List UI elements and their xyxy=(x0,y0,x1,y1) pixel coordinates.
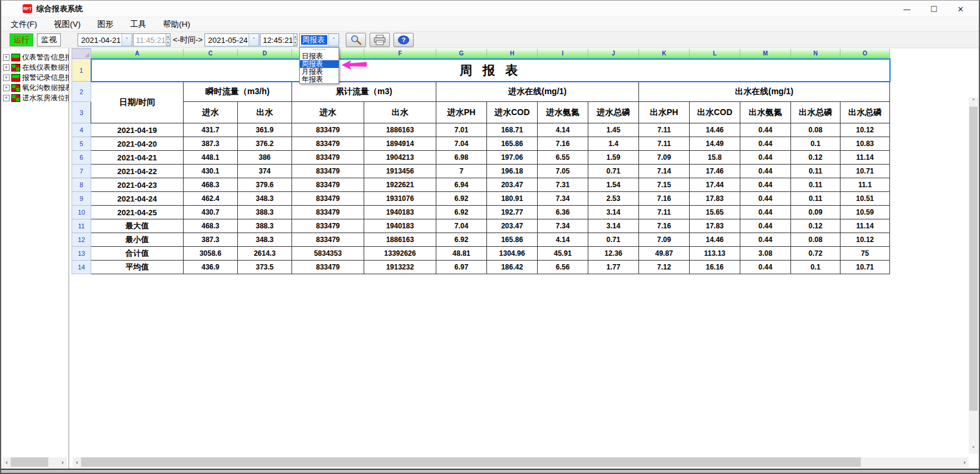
column-header[interactable]: I xyxy=(538,49,588,59)
column-header[interactable]: C xyxy=(184,49,238,59)
cell[interactable]: 3.14 xyxy=(588,206,639,219)
cell[interactable]: 180.91 xyxy=(487,192,538,206)
header-cell[interactable]: 进水COD xyxy=(487,102,538,123)
cell[interactable]: 833479 xyxy=(292,137,364,151)
row-header[interactable]: 12 xyxy=(72,233,91,247)
spin-down-icon[interactable]: ▾ xyxy=(294,40,297,46)
cell[interactable]: 0.44 xyxy=(740,178,791,192)
cell[interactable]: 15.8 xyxy=(690,151,740,165)
cell[interactable]: 7 xyxy=(436,165,487,178)
cell[interactable]: 1904213 xyxy=(364,151,436,165)
expand-plus-icon[interactable]: + xyxy=(3,85,10,91)
cell[interactable]: 10.59 xyxy=(841,206,890,219)
cell[interactable]: 1913232 xyxy=(364,261,436,274)
cell[interactable]: 1940183 xyxy=(364,206,436,219)
scrollbar-thumb[interactable] xyxy=(11,457,48,467)
cell[interactable]: 10.71 xyxy=(841,261,890,274)
cell[interactable]: 7.34 xyxy=(538,219,588,233)
end-date-combo[interactable]: 2021-05-24 ˅ xyxy=(204,33,259,47)
row-header[interactable]: 4 xyxy=(72,123,91,137)
vertical-scrollbar[interactable]: ˄ ˅ xyxy=(969,97,978,454)
cell[interactable]: 49.87 xyxy=(639,247,690,261)
cell[interactable]: 448.1 xyxy=(184,151,238,165)
end-time-spinner[interactable]: 12:45:21 ▴ ▾ xyxy=(260,33,297,47)
cell[interactable]: 833479 xyxy=(292,261,364,274)
column-header[interactable]: G xyxy=(436,49,487,59)
cell[interactable]: 45.91 xyxy=(538,247,588,261)
scrollbar-thumb[interactable] xyxy=(969,107,978,411)
cell[interactable]: 361.9 xyxy=(238,123,292,137)
print-button[interactable] xyxy=(370,33,390,47)
cell[interactable]: 平均值 xyxy=(91,261,184,274)
dropdown-option[interactable]: 年报表 xyxy=(300,76,339,83)
cell[interactable]: 6.92 xyxy=(436,233,487,247)
cell[interactable]: 1886163 xyxy=(364,233,436,247)
monitor-button[interactable]: 监视 xyxy=(37,33,61,47)
chevron-down-icon[interactable]: ˅ xyxy=(249,34,259,46)
row-header[interactable]: 11 xyxy=(72,219,91,233)
cell[interactable]: 1931076 xyxy=(364,192,436,206)
cell[interactable]: 2021-04-24 xyxy=(91,192,184,206)
cell[interactable]: 1940183 xyxy=(364,219,436,233)
header-cell[interactable]: 进水总磷 xyxy=(588,102,639,123)
header-cell[interactable]: 累计流量（m3) xyxy=(292,82,436,102)
cell[interactable]: 7.16 xyxy=(538,137,588,151)
cell[interactable]: 0.11 xyxy=(791,165,841,178)
column-header[interactable]: F xyxy=(364,49,436,59)
column-header[interactable]: N xyxy=(791,49,841,59)
header-cell[interactable]: 日期/时间 xyxy=(91,82,184,123)
start-date-combo[interactable]: 2021-04-21 ˅ xyxy=(77,33,132,47)
row-header[interactable]: 7 xyxy=(72,165,91,178)
cell[interactable]: 11.14 xyxy=(841,219,890,233)
header-cell[interactable]: 出水 xyxy=(364,102,436,123)
cell[interactable]: 462.4 xyxy=(184,192,238,206)
cell[interactable]: 14.46 xyxy=(690,123,740,137)
row-header[interactable]: 9 xyxy=(72,192,91,206)
cell[interactable]: 0.72 xyxy=(791,247,841,261)
menu-item-3[interactable]: 图形 xyxy=(96,18,114,31)
cell[interactable]: 196.18 xyxy=(487,165,538,178)
cell[interactable]: 387.3 xyxy=(184,137,238,151)
cell[interactable]: 0.44 xyxy=(740,219,791,233)
scroll-left-icon[interactable]: ‹ xyxy=(2,457,11,467)
cell[interactable]: 833479 xyxy=(292,206,364,219)
header-cell[interactable]: 出水COD xyxy=(690,102,740,123)
cell[interactable]: 11.14 xyxy=(841,151,890,165)
column-header[interactable]: D xyxy=(238,49,292,59)
cell[interactable]: 7.04 xyxy=(436,219,487,233)
column-header[interactable]: O xyxy=(841,49,890,59)
cell[interactable]: 7.12 xyxy=(639,261,690,274)
row-header[interactable]: 13 xyxy=(72,247,91,261)
cell[interactable]: 5834353 xyxy=(292,247,364,261)
spin-down-icon[interactable]: ▾ xyxy=(166,40,170,46)
cell[interactable]: 165.86 xyxy=(487,137,538,151)
cell[interactable]: 0.11 xyxy=(791,178,841,192)
header-cell[interactable]: 出水氨氮 xyxy=(740,102,791,123)
cell[interactable]: 10.83 xyxy=(841,137,890,151)
spin-up-icon[interactable]: ▴ xyxy=(166,34,170,40)
cell[interactable]: 0.44 xyxy=(740,233,791,247)
cell[interactable]: 7.11 xyxy=(639,206,690,219)
cell[interactable]: 0.44 xyxy=(740,165,791,178)
cell[interactable]: 0.1 xyxy=(791,137,841,151)
cell[interactable]: 113.13 xyxy=(690,247,740,261)
report-type-combo[interactable]: 周报表 ˅ xyxy=(299,33,339,47)
cell[interactable]: 6.94 xyxy=(436,178,487,192)
header-cell[interactable]: 出水PH xyxy=(639,102,690,123)
cell[interactable]: 1.4 xyxy=(588,137,639,151)
cell[interactable]: 203.47 xyxy=(487,219,538,233)
cell[interactable]: 2021-04-25 xyxy=(91,206,184,219)
menu-item-4[interactable]: 工具 xyxy=(129,18,147,31)
tree-item[interactable]: +仪表警告信息报表 xyxy=(3,52,69,62)
scrollbar-thumb[interactable] xyxy=(81,457,861,467)
cell[interactable]: 10.12 xyxy=(841,123,890,137)
cell[interactable]: 3058.6 xyxy=(184,247,238,261)
horizontal-scrollbar[interactable]: ‹ › xyxy=(73,457,969,467)
cell[interactable]: 386 xyxy=(238,151,292,165)
cell[interactable]: 7.34 xyxy=(538,192,588,206)
cell[interactable]: 436.9 xyxy=(184,261,238,274)
cell[interactable]: 376.2 xyxy=(238,137,292,151)
tree-item[interactable]: +在线仪表数据报表 xyxy=(3,63,69,72)
header-cell[interactable]: 出水 xyxy=(238,102,292,123)
cell[interactable]: 165.86 xyxy=(487,233,538,247)
